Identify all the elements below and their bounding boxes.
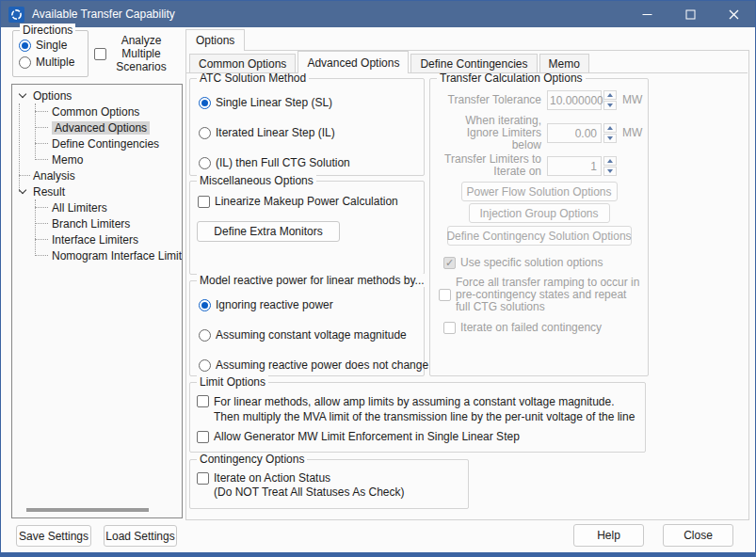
checkbox-iterate-failed-contingency[interactable]: Iterate on failed contingency <box>443 321 602 334</box>
checkbox-generator-mw-limit[interactable]: Allow Generator MW Limit Enforcement in … <box>197 430 520 443</box>
limiters-iterate-label: Transfer Limiters toIterate on <box>434 153 541 178</box>
spin-down-button[interactable] <box>603 134 617 143</box>
tree-guide <box>35 199 36 256</box>
radio-single-linear-step[interactable]: Single Linear Step (SL) <box>199 94 424 111</box>
radio-label: Assuming constant voltage magnitude <box>216 328 407 342</box>
radio-icon[interactable] <box>199 329 211 342</box>
chevron-down-icon[interactable] <box>16 94 29 97</box>
checkbox-amp-limits[interactable]: For linear methods, allow amp limits by … <box>197 394 635 424</box>
radio-il-then-full-ctg[interactable]: (IL) then Full CTG Solution <box>199 154 424 171</box>
tree-guide <box>19 103 20 192</box>
tab-memo[interactable]: Memo <box>539 54 589 72</box>
radio-selected-icon[interactable] <box>199 97 211 109</box>
checkbox-checked-icon[interactable] <box>443 257 456 269</box>
group-title: Transfer Calculation Options <box>437 72 586 85</box>
tree-item-analysis[interactable]: Analysis <box>12 167 182 183</box>
tree-item-options[interactable]: Options <box>12 88 182 103</box>
group-title: Contingency Options <box>197 453 307 466</box>
horizontal-scrollbar-thumb[interactable] <box>26 508 149 512</box>
tree-item-result[interactable]: Result <box>12 183 182 199</box>
atc-dialog-window: Available Transfer Capability Directions… <box>0 0 756 557</box>
checkbox-label: Analyze Multiple Scenarios <box>111 34 171 73</box>
radio-selected-icon[interactable] <box>199 299 211 311</box>
radio-icon[interactable] <box>19 56 31 69</box>
tree-item-common-options[interactable]: Common Options <box>12 103 182 119</box>
navigation-tree: Options Common Options Advanced Options … <box>11 84 183 518</box>
checkbox-analyze-multiple-scenarios[interactable]: Analyze Multiple Scenarios <box>94 34 181 73</box>
inner-tab-strip: Common Options Advanced Options Define C… <box>189 51 591 73</box>
group-title: ATC Solution Method <box>197 72 309 85</box>
radio-iterated-linear-step[interactable]: Iterated Linear Step (IL) <box>199 124 424 141</box>
titlebar: Available Transfer Capability <box>1 1 755 27</box>
ignore-limiters-label: When iterating,Ignore Limiters below <box>434 115 541 151</box>
radio-ignoring-reactive-power[interactable]: Ignoring reactive power <box>199 296 424 313</box>
group-title: Limit Options <box>197 375 268 389</box>
close-dialog-button[interactable]: Close <box>663 524 733 547</box>
checkbox-force-transfer-ramping[interactable]: Force all transfer ramping to occur in p… <box>439 277 642 313</box>
limiters-iterate-input[interactable]: 1 <box>547 156 617 176</box>
radio-selected-icon[interactable] <box>19 40 31 52</box>
tree-item-branch-limiters[interactable]: Branch Limiters <box>12 215 182 231</box>
checkbox-icon[interactable] <box>94 48 106 60</box>
tree-item-interface-limiters[interactable]: Interface Limiters <box>12 231 182 247</box>
close-button[interactable] <box>712 1 755 27</box>
radio-directions-multiple[interactable]: Multiple <box>19 56 88 69</box>
spin-up-button[interactable] <box>603 123 617 133</box>
tab-options[interactable]: Options <box>185 29 245 51</box>
checkbox-label: Allow Generator MW Limit Enforcement in … <box>214 430 520 443</box>
checkbox-use-specific-solution-options[interactable]: Use specific solution options <box>443 256 603 269</box>
spin-up-button[interactable] <box>603 156 617 166</box>
define-contingency-solution-options-button[interactable]: Define Contingency Solution Options <box>447 226 632 246</box>
tab-common-options[interactable]: Common Options <box>189 54 296 72</box>
checkbox-icon[interactable] <box>197 431 209 443</box>
spin-down-button[interactable] <box>603 167 617 176</box>
radio-label: Multiple <box>36 56 74 69</box>
unit-label: MW <box>622 126 642 139</box>
tab-define-contingencies[interactable]: Define Contingencies <box>410 54 537 72</box>
ignore-limiters-input[interactable]: 0.00 <box>547 123 617 143</box>
load-settings-button[interactable]: Load Settings <box>104 525 177 547</box>
radio-label: (IL) then Full CTG Solution <box>216 156 350 169</box>
checkbox-icon[interactable] <box>198 196 210 208</box>
app-icon <box>8 7 24 23</box>
limit-options-group: Limit Options For linear methods, allow … <box>189 382 646 453</box>
unit-label: MW <box>622 93 642 106</box>
checkbox-icon[interactable] <box>197 472 209 485</box>
group-title: Miscellaneous Options <box>197 174 316 187</box>
power-flow-solution-options-button[interactable]: Power Flow Solution Options <box>461 182 618 201</box>
radio-label: Single <box>36 39 67 52</box>
radio-assuming-constant-voltage[interactable]: Assuming constant voltage magnitude <box>199 326 424 343</box>
help-button[interactable]: Help <box>573 524 644 547</box>
model-reactive-power-group: Model reactive power for linear methods … <box>189 280 425 376</box>
injection-group-options-button[interactable]: Injection Group Options <box>469 203 610 223</box>
radio-icon[interactable] <box>199 127 211 139</box>
save-settings-button[interactable]: Save Settings <box>16 525 91 547</box>
tree-item-advanced-options[interactable]: Advanced Options <box>12 119 182 135</box>
define-extra-monitors-button[interactable]: Define Extra Monitors <box>197 221 340 242</box>
checkbox-linearize-makeup-power[interactable]: Linearize Makeup Power Calculation <box>198 195 424 208</box>
spin-down-button[interactable] <box>603 101 617 110</box>
atc-solution-method-group: ATC Solution Method Single Linear Step (… <box>189 78 425 176</box>
tree-item-memo[interactable]: Memo <box>12 151 182 167</box>
radio-assuming-reactive-no-change[interactable]: Assuming reactive power does not change <box>199 357 424 374</box>
radio-label: Iterated Linear Step (IL) <box>216 126 335 139</box>
checkbox-iterate-action-status[interactable]: Iterate on Action Status (Do NOT Treat A… <box>197 471 405 500</box>
checkbox-label: Force all transfer ramping to occur in p… <box>456 277 642 313</box>
spin-up-button[interactable] <box>603 90 617 100</box>
maximize-button[interactable] <box>668 1 712 27</box>
window-title: Available Transfer Capability <box>32 8 175 21</box>
tree-item-all-limiters[interactable]: All Limiters <box>12 199 182 215</box>
tree-item-nomogram-interface-limiters[interactable]: Nomogram Interface Limite <box>12 247 182 263</box>
transfer-tolerance-input[interactable]: 10.000000 <box>547 90 617 110</box>
radio-directions-single[interactable]: Single <box>19 39 88 52</box>
checkbox-icon[interactable] <box>443 322 456 334</box>
checkbox-icon[interactable] <box>439 289 451 301</box>
radio-label: Ignoring reactive power <box>216 298 333 311</box>
tab-advanced-options[interactable]: Advanced Options <box>298 51 409 73</box>
checkbox-icon[interactable] <box>197 395 209 407</box>
radio-icon[interactable] <box>199 359 211 372</box>
radio-icon[interactable] <box>199 157 211 169</box>
radio-label: Single Linear Step (SL) <box>216 96 332 109</box>
tree-item-define-contingencies[interactable]: Define Contingencies <box>12 135 182 151</box>
minimize-button[interactable] <box>625 1 668 27</box>
